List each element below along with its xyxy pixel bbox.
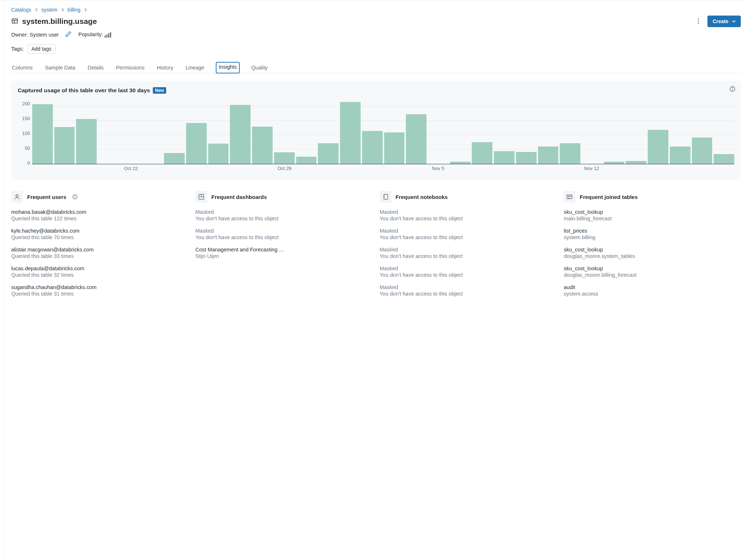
list-item[interactable]: alistair.macgowan@databricks.comQueried … xyxy=(11,247,188,259)
kebab-menu-button[interactable] xyxy=(693,16,704,27)
list-item-subtitle: Queried this table 70 times xyxy=(11,234,188,240)
frequent-users-column: Frequent users mohana.basak@databricks.c… xyxy=(11,191,188,303)
chart-bar[interactable] xyxy=(76,119,97,164)
create-button[interactable]: Create xyxy=(707,16,741,27)
list-item: MaskedYou don't have access to this obje… xyxy=(380,209,557,221)
list-item: MaskedYou don't have access to this obje… xyxy=(380,284,557,297)
list-item-title: Masked xyxy=(196,228,373,234)
list-item[interactable]: auditsystem.access xyxy=(564,284,741,297)
chart-bar[interactable] xyxy=(362,131,383,164)
list-item-subtitle: Queried this table 33 times xyxy=(11,253,188,259)
list-item[interactable]: kyle.hachey@databricks.comQueried this t… xyxy=(11,228,188,240)
list-item[interactable]: sku_cost_lookupdouglas_moore.system_tabl… xyxy=(564,247,741,259)
svg-point-5 xyxy=(698,23,699,24)
chart-bar[interactable] xyxy=(538,147,559,164)
tab-sample-data[interactable]: Sample Data xyxy=(44,62,76,73)
chart-bar[interactable] xyxy=(164,153,185,164)
breadcrumb-link[interactable]: Catalogs xyxy=(11,7,31,13)
chart-bar[interactable] xyxy=(340,102,361,164)
list-item-subtitle: douglas_moore.system_tables xyxy=(564,253,741,259)
insights-panel: Captured usage of this table over the la… xyxy=(11,81,741,180)
popularity-icon xyxy=(105,32,111,38)
tags-label: Tags: xyxy=(11,46,24,52)
svg-point-3 xyxy=(698,18,699,20)
tab-details[interactable]: Details xyxy=(87,62,104,73)
tab-lineage[interactable]: Lineage xyxy=(185,62,205,73)
svg-point-8 xyxy=(732,88,732,88)
list-item[interactable]: mohana.basak@databricks.comQueried this … xyxy=(11,209,188,221)
list-item-subtitle: You don't have access to this object xyxy=(380,253,557,259)
list-item-title: mohana.basak@databricks.com xyxy=(11,209,188,215)
list-item-title: Masked xyxy=(380,284,557,290)
chart-bar[interactable] xyxy=(714,154,734,164)
list-item-title: sku_cost_lookup xyxy=(564,247,741,253)
chart-bar[interactable] xyxy=(186,123,207,164)
chart-bar[interactable] xyxy=(54,127,75,164)
chart-bar[interactable] xyxy=(208,144,229,164)
breadcrumb-link[interactable]: system xyxy=(41,7,57,13)
chart-bar[interactable] xyxy=(230,105,251,164)
tab-permissions[interactable]: Permissions xyxy=(115,62,145,73)
chevron-right-icon xyxy=(35,8,38,12)
chart-bar[interactable] xyxy=(318,143,339,164)
chart-bar[interactable] xyxy=(296,157,317,164)
breadcrumb-link[interactable]: billing xyxy=(68,7,81,13)
tab-columns[interactable]: Columns xyxy=(11,62,33,73)
info-icon[interactable] xyxy=(72,194,78,200)
svg-point-4 xyxy=(698,21,699,22)
chart-bar[interactable] xyxy=(516,152,537,164)
info-icon[interactable] xyxy=(729,86,736,93)
list-item-title: list_prices xyxy=(564,228,741,234)
chart-bar[interactable] xyxy=(560,143,580,164)
chart-bar[interactable] xyxy=(472,142,492,164)
chevron-down-icon xyxy=(732,20,736,23)
popularity-label: Popularity: xyxy=(78,31,111,38)
list-item: MaskedYou don't have access to this obje… xyxy=(380,247,557,259)
chart-bar[interactable] xyxy=(692,137,713,164)
chart-bar[interactable] xyxy=(252,127,273,164)
panel-title: Captured usage of this table over the la… xyxy=(18,87,150,94)
list-item[interactable]: sku_cost_lookupdouglas_moore.billing_for… xyxy=(564,266,741,278)
list-item-subtitle: system.access xyxy=(564,291,741,297)
usage-chart: 200150100500 Oct 22Oct 29Nov 5Nov 12 xyxy=(18,101,734,174)
chart-bar[interactable] xyxy=(604,162,625,164)
list-item-title: Masked xyxy=(380,247,557,253)
list-item-title: Masked xyxy=(380,266,557,271)
list-item[interactable]: sku_cost_lookupmain.billing_forecast xyxy=(564,209,741,221)
chart-bar[interactable] xyxy=(648,130,668,164)
chart-bar[interactable] xyxy=(450,162,471,164)
page-title: system.billing.usage xyxy=(22,17,97,26)
edit-owner-button[interactable] xyxy=(65,31,72,38)
list-item-title: Cost Management and Forecasting … xyxy=(196,247,373,253)
list-item-title: sku_cost_lookup xyxy=(564,266,741,271)
chart-bar[interactable] xyxy=(406,114,426,164)
tabs: ColumnsSample DataDetailsPermissionsHist… xyxy=(11,61,741,73)
list-item[interactable]: list_pricessystem.billing xyxy=(564,228,741,240)
tab-history[interactable]: History xyxy=(156,62,174,73)
tab-quality[interactable]: Quality xyxy=(251,62,268,73)
chart-bar[interactable] xyxy=(32,104,53,164)
list-item[interactable]: Cost Management and Forecasting …Stijn U… xyxy=(196,247,373,259)
list-item-subtitle: Queried this table 31 times xyxy=(11,291,188,297)
table-icon xyxy=(11,17,18,26)
frequent-joined-tables-column: Frequent joined tables sku_cost_lookupma… xyxy=(564,191,741,303)
chart-bar[interactable] xyxy=(274,152,295,164)
x-axis-tick: Nov 12 xyxy=(584,166,599,171)
list-item-subtitle: Queried this table 32 times xyxy=(11,272,188,278)
list-item-subtitle: You don't have access to this object xyxy=(196,216,373,221)
chart-bar[interactable] xyxy=(494,151,514,164)
svg-rect-16 xyxy=(384,194,388,199)
frequent-dashboards-column: Frequent dashboards MaskedYou don't have… xyxy=(196,191,373,303)
list-item[interactable]: lucas.depaula@databricks.comQueried this… xyxy=(11,266,188,278)
list-item-subtitle: You don't have access to this object xyxy=(196,234,373,240)
add-tags-button[interactable]: Add tags xyxy=(28,44,55,54)
y-axis-tick: 100 xyxy=(22,131,30,136)
chart-bar[interactable] xyxy=(670,147,690,164)
chart-bar[interactable] xyxy=(384,132,405,164)
user-icon xyxy=(11,191,23,203)
tab-insights[interactable]: Insights xyxy=(216,62,240,73)
chart-bar[interactable] xyxy=(626,161,646,164)
list-item-title: audit xyxy=(564,284,741,290)
list-item-title: sugandha.chauhan@databricks.com xyxy=(11,284,188,290)
list-item[interactable]: sugandha.chauhan@databricks.comQueried t… xyxy=(11,284,188,297)
